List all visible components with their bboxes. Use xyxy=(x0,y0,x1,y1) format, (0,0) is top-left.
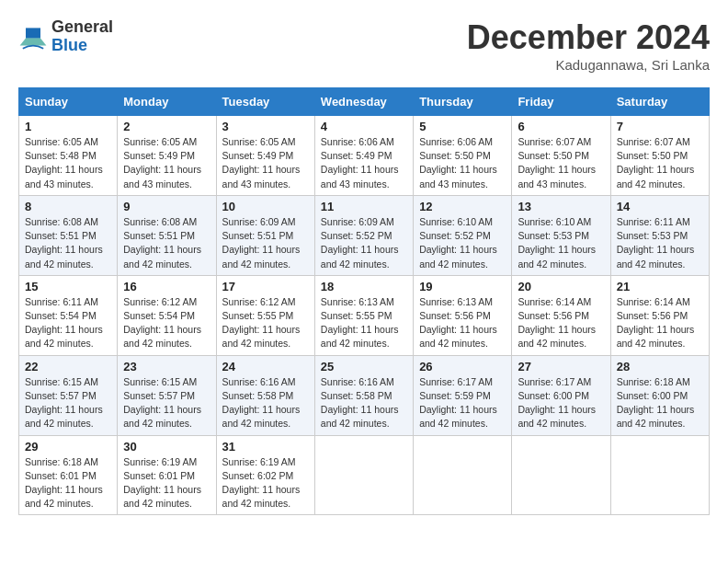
calendar-cell: 20 Sunrise: 6:14 AMSunset: 5:56 PMDaylig… xyxy=(512,275,610,355)
calendar-cell: 2 Sunrise: 6:05 AMSunset: 5:49 PMDayligh… xyxy=(118,116,216,196)
day-number: 5 xyxy=(419,120,506,133)
calendar-week-row: 22 Sunrise: 6:15 AMSunset: 5:57 PMDaylig… xyxy=(19,355,710,435)
day-info: Sunrise: 6:05 AMSunset: 5:49 PMDaylight:… xyxy=(123,136,201,190)
day-number: 26 xyxy=(419,360,506,373)
calendar-cell: 15 Sunrise: 6:11 AMSunset: 5:54 PMDaylig… xyxy=(19,275,118,355)
calendar-cell xyxy=(314,435,413,515)
day-number: 15 xyxy=(25,280,111,293)
day-number: 27 xyxy=(518,360,604,373)
day-info: Sunrise: 6:06 AMSunset: 5:49 PMDaylight:… xyxy=(321,136,399,190)
day-info: Sunrise: 6:19 AMSunset: 6:02 PMDaylight:… xyxy=(222,456,301,510)
calendar-week-row: 1 Sunrise: 6:05 AMSunset: 5:48 PMDayligh… xyxy=(19,116,710,196)
calendar-cell: 31 Sunrise: 6:19 AMSunset: 6:02 PMDaylig… xyxy=(216,435,314,515)
logo-text: General Blue xyxy=(51,18,113,55)
calendar-cell: 10 Sunrise: 6:09 AMSunset: 5:51 PMDaylig… xyxy=(216,195,314,275)
calendar-cell: 24 Sunrise: 6:16 AMSunset: 5:58 PMDaylig… xyxy=(216,355,314,435)
day-info: Sunrise: 6:17 AMSunset: 5:59 PMDaylight:… xyxy=(419,376,497,430)
title-block: December 2024 Kadugannawa, Sri Lanka xyxy=(467,18,710,73)
calendar-cell: 22 Sunrise: 6:15 AMSunset: 5:57 PMDaylig… xyxy=(19,355,118,435)
calendar-cell: 5 Sunrise: 6:06 AMSunset: 5:50 PMDayligh… xyxy=(414,116,512,196)
day-info: Sunrise: 6:08 AMSunset: 5:51 PMDaylight:… xyxy=(25,216,103,270)
day-info: Sunrise: 6:14 AMSunset: 5:56 PMDaylight:… xyxy=(617,296,695,350)
weekday-header-friday: Friday xyxy=(512,88,610,116)
day-info: Sunrise: 6:16 AMSunset: 5:58 PMDaylight:… xyxy=(222,376,301,430)
day-info: Sunrise: 6:07 AMSunset: 5:50 PMDaylight:… xyxy=(617,136,695,190)
day-info: Sunrise: 6:10 AMSunset: 5:52 PMDaylight:… xyxy=(419,216,497,270)
day-number: 20 xyxy=(518,280,604,293)
weekday-header-row: SundayMondayTuesdayWednesdayThursdayFrid… xyxy=(19,88,710,116)
calendar-table: SundayMondayTuesdayWednesdayThursdayFrid… xyxy=(18,87,710,515)
day-info: Sunrise: 6:11 AMSunset: 5:54 PMDaylight:… xyxy=(25,296,103,350)
location: Kadugannawa, Sri Lanka xyxy=(467,57,710,73)
day-number: 31 xyxy=(222,440,309,454)
calendar-cell: 14 Sunrise: 6:11 AMSunset: 5:53 PMDaylig… xyxy=(610,195,709,275)
day-info: Sunrise: 6:15 AMSunset: 5:57 PMDaylight:… xyxy=(123,376,201,430)
day-number: 3 xyxy=(222,120,309,133)
calendar-cell: 7 Sunrise: 6:07 AMSunset: 5:50 PMDayligh… xyxy=(610,116,709,196)
day-info: Sunrise: 6:11 AMSunset: 5:53 PMDaylight:… xyxy=(617,216,695,270)
day-number: 4 xyxy=(321,120,407,133)
weekday-header-sunday: Sunday xyxy=(19,88,118,116)
calendar-cell: 13 Sunrise: 6:10 AMSunset: 5:53 PMDaylig… xyxy=(512,195,610,275)
day-number: 8 xyxy=(25,200,111,213)
calendar-cell: 3 Sunrise: 6:05 AMSunset: 5:49 PMDayligh… xyxy=(216,116,314,196)
day-info: Sunrise: 6:15 AMSunset: 5:57 PMDaylight:… xyxy=(25,376,103,430)
day-number: 29 xyxy=(25,440,111,454)
day-number: 24 xyxy=(222,360,309,373)
calendar-cell: 21 Sunrise: 6:14 AMSunset: 5:56 PMDaylig… xyxy=(610,275,709,355)
calendar-cell: 30 Sunrise: 6:19 AMSunset: 6:01 PMDaylig… xyxy=(118,435,216,515)
calendar-cell: 18 Sunrise: 6:13 AMSunset: 5:55 PMDaylig… xyxy=(314,275,413,355)
day-number: 30 xyxy=(123,440,210,454)
day-number: 21 xyxy=(617,280,703,293)
day-number: 19 xyxy=(419,280,506,293)
day-info: Sunrise: 6:08 AMSunset: 5:51 PMDaylight:… xyxy=(123,216,201,270)
day-number: 25 xyxy=(321,360,407,373)
day-number: 22 xyxy=(25,360,111,373)
day-number: 28 xyxy=(617,360,703,373)
day-info: Sunrise: 6:10 AMSunset: 5:53 PMDaylight:… xyxy=(518,216,596,270)
calendar-cell: 28 Sunrise: 6:18 AMSunset: 6:00 PMDaylig… xyxy=(610,355,709,435)
day-number: 1 xyxy=(25,120,111,133)
calendar-cell: 17 Sunrise: 6:12 AMSunset: 5:55 PMDaylig… xyxy=(216,275,314,355)
day-number: 14 xyxy=(617,200,703,213)
weekday-header-saturday: Saturday xyxy=(610,88,709,116)
day-info: Sunrise: 6:16 AMSunset: 5:58 PMDaylight:… xyxy=(321,376,399,430)
day-number: 10 xyxy=(222,200,309,213)
calendar-week-row: 8 Sunrise: 6:08 AMSunset: 5:51 PMDayligh… xyxy=(19,195,710,275)
weekday-header-tuesday: Tuesday xyxy=(216,88,314,116)
calendar-week-row: 15 Sunrise: 6:11 AMSunset: 5:54 PMDaylig… xyxy=(19,275,710,355)
calendar-cell: 29 Sunrise: 6:18 AMSunset: 6:01 PMDaylig… xyxy=(19,435,118,515)
day-info: Sunrise: 6:07 AMSunset: 5:50 PMDaylight:… xyxy=(518,136,596,190)
logo: General Blue xyxy=(18,18,113,55)
calendar-cell: 27 Sunrise: 6:17 AMSunset: 6:00 PMDaylig… xyxy=(512,355,610,435)
day-number: 18 xyxy=(321,280,407,293)
calendar-cell: 8 Sunrise: 6:08 AMSunset: 5:51 PMDayligh… xyxy=(19,195,118,275)
day-info: Sunrise: 6:06 AMSunset: 5:50 PMDaylight:… xyxy=(419,136,497,190)
page-header: General Blue December 2024 Kadugannawa, … xyxy=(18,18,710,73)
calendar-cell xyxy=(610,435,709,515)
calendar-cell: 12 Sunrise: 6:10 AMSunset: 5:52 PMDaylig… xyxy=(414,195,512,275)
weekday-header-monday: Monday xyxy=(118,88,216,116)
calendar-cell: 9 Sunrise: 6:08 AMSunset: 5:51 PMDayligh… xyxy=(118,195,216,275)
day-info: Sunrise: 6:12 AMSunset: 5:55 PMDaylight:… xyxy=(222,296,301,350)
day-number: 9 xyxy=(123,200,210,213)
month-title: December 2024 xyxy=(467,18,710,57)
day-info: Sunrise: 6:05 AMSunset: 5:48 PMDaylight:… xyxy=(25,136,103,190)
day-number: 6 xyxy=(518,120,604,133)
day-number: 2 xyxy=(123,120,210,133)
day-number: 7 xyxy=(617,120,703,133)
day-info: Sunrise: 6:12 AMSunset: 5:54 PMDaylight:… xyxy=(123,296,201,350)
calendar-cell: 19 Sunrise: 6:13 AMSunset: 5:56 PMDaylig… xyxy=(414,275,512,355)
day-info: Sunrise: 6:18 AMSunset: 6:01 PMDaylight:… xyxy=(25,456,103,510)
day-info: Sunrise: 6:09 AMSunset: 5:52 PMDaylight:… xyxy=(321,216,399,270)
svg-marker-0 xyxy=(26,28,40,38)
calendar-cell xyxy=(512,435,610,515)
calendar-cell: 1 Sunrise: 6:05 AMSunset: 5:48 PMDayligh… xyxy=(19,116,118,196)
day-info: Sunrise: 6:14 AMSunset: 5:56 PMDaylight:… xyxy=(518,296,596,350)
day-info: Sunrise: 6:05 AMSunset: 5:49 PMDaylight:… xyxy=(222,136,301,190)
day-number: 12 xyxy=(419,200,506,213)
calendar-cell: 16 Sunrise: 6:12 AMSunset: 5:54 PMDaylig… xyxy=(118,275,216,355)
calendar-cell: 23 Sunrise: 6:15 AMSunset: 5:57 PMDaylig… xyxy=(118,355,216,435)
svg-marker-1 xyxy=(20,38,47,45)
weekday-header-wednesday: Wednesday xyxy=(314,88,413,116)
